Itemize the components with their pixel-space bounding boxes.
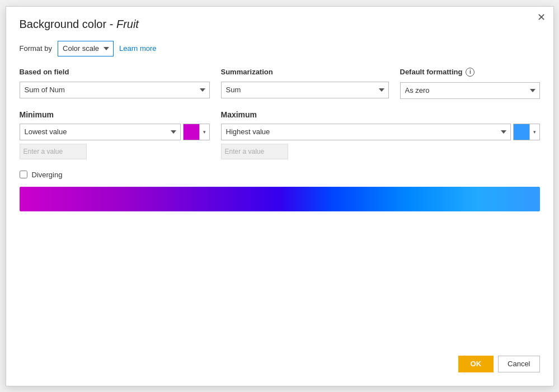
format-by-row: Format by Color scale Rules Gradient Lea… xyxy=(20,41,540,56)
close-button[interactable]: ✕ xyxy=(537,12,546,22)
maximum-color-picker[interactable]: ▾ xyxy=(513,124,540,140)
dialog-title: Background color - Fruit xyxy=(20,18,540,31)
based-on-field-group: Based on field Sum of Num xyxy=(20,68,210,99)
summarization-label: Summarization xyxy=(221,68,389,76)
learn-more-link[interactable]: Learn more xyxy=(119,44,156,53)
background-color-dialog: ✕ Background color - Fruit Format by Col… xyxy=(6,6,554,386)
cancel-button[interactable]: Cancel xyxy=(498,356,539,372)
default-formatting-label: Default formatting xyxy=(400,68,463,76)
default-formatting-group: Default formatting i As zero Blank xyxy=(400,68,540,99)
maximum-enter-value-row xyxy=(221,144,540,159)
minimum-label: Minimum xyxy=(20,110,210,119)
info-icon: i xyxy=(466,68,475,77)
maximum-color-swatch xyxy=(514,124,529,140)
format-by-label: Format by xyxy=(20,44,53,53)
maximum-section: Maximum Highest value Number Percent Per… xyxy=(221,110,540,159)
minimum-type-select[interactable]: Lowest value Number Percent Percentile F… xyxy=(20,124,181,140)
title-static: Background color - xyxy=(20,18,116,30)
maximum-value-input[interactable] xyxy=(221,144,288,159)
diverging-label: Diverging xyxy=(32,171,63,179)
maximum-color-arrow: ▾ xyxy=(529,124,539,140)
title-italic: Fruit xyxy=(116,18,139,30)
based-on-field-select[interactable]: Sum of Num xyxy=(20,82,210,98)
maximum-label: Maximum xyxy=(221,110,540,119)
maximum-value-row: Highest value Number Percent Percentile … xyxy=(221,124,540,140)
minimum-color-arrow: ▾ xyxy=(199,124,209,140)
default-formatting-label-row: Default formatting i xyxy=(400,68,540,77)
diverging-row: Diverging xyxy=(20,171,540,179)
fields-row: Based on field Sum of Num Summarization … xyxy=(20,68,540,99)
based-on-field-label: Based on field xyxy=(20,68,210,76)
minimum-value-input[interactable] xyxy=(20,144,87,159)
minimum-value-row: Lowest value Number Percent Percentile F… xyxy=(20,124,210,140)
default-formatting-select[interactable]: As zero Blank xyxy=(400,82,540,99)
minmax-row: Minimum Lowest value Number Percent Perc… xyxy=(20,110,540,159)
minimum-enter-value-row xyxy=(20,144,210,159)
ok-button[interactable]: OK xyxy=(458,356,494,372)
summarization-group: Summarization Sum Average Min Max Count xyxy=(221,68,389,99)
minimum-section: Minimum Lowest value Number Percent Perc… xyxy=(20,110,210,159)
summarization-select[interactable]: Sum Average Min Max Count xyxy=(221,82,389,98)
maximum-type-select[interactable]: Highest value Number Percent Percentile … xyxy=(221,124,511,140)
diverging-checkbox[interactable] xyxy=(20,171,27,178)
format-by-select[interactable]: Color scale Rules Gradient xyxy=(58,41,114,56)
minimum-color-picker[interactable]: ▾ xyxy=(183,124,210,140)
gradient-bar xyxy=(20,187,540,211)
dialog-footer: OK Cancel xyxy=(20,344,540,372)
minimum-color-swatch xyxy=(184,124,199,140)
